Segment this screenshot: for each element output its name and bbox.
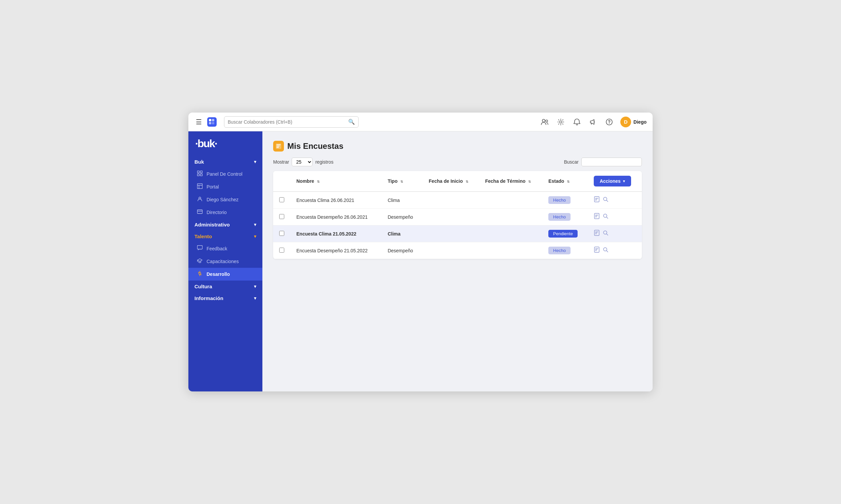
- table-search-input[interactable]: [581, 158, 642, 166]
- sidebar-item-panel-de-control-label: Panel De Control: [207, 172, 243, 177]
- table-row: Encuesta Clima 26.06.2021 Clima Hecho: [273, 192, 642, 209]
- row-checkbox[interactable]: [279, 214, 284, 219]
- row-fecha-termino: [479, 192, 542, 209]
- sidebar-item-panel-de-control[interactable]: Panel De Control: [188, 168, 262, 180]
- sidebar-section-informacion-label: Información: [194, 295, 223, 301]
- svg-line-49: [606, 251, 608, 252]
- sidebar-item-portal-label: Portal: [207, 184, 219, 190]
- th-tipo[interactable]: Tipo ⇅: [381, 171, 423, 192]
- megaphone-icon-button[interactable]: [588, 117, 598, 127]
- th-acciones: Acciones ▾: [588, 171, 642, 192]
- sidebar-item-diego-sanchez[interactable]: Diego Sánchez: [188, 193, 262, 206]
- row-nombre: Encuesta Clima 21.05.2022: [290, 226, 381, 242]
- view-report-icon[interactable]: [594, 247, 600, 254]
- svg-point-24: [199, 272, 201, 274]
- show-label: Mostrar: [273, 159, 289, 165]
- search-detail-icon[interactable]: [602, 230, 608, 237]
- bell-icon-button[interactable]: [572, 117, 582, 127]
- svg-line-37: [606, 217, 608, 218]
- username-label: Diego: [633, 119, 647, 125]
- th-nombre[interactable]: Nombre ⇅: [290, 171, 381, 192]
- encuestas-table: Nombre ⇅ Tipo ⇅ Fecha de Inicio ⇅: [273, 171, 642, 259]
- th-estado[interactable]: Estado ⇅: [542, 171, 587, 192]
- row-checkbox-cell: [273, 242, 290, 259]
- sidebar-item-portal[interactable]: Portal: [188, 180, 262, 193]
- row-checkbox[interactable]: [279, 197, 284, 202]
- search-detail-icon[interactable]: [602, 213, 608, 221]
- acciones-button[interactable]: Acciones ▾: [594, 176, 631, 186]
- svg-rect-9: [198, 171, 200, 173]
- th-tipo-label: Tipo: [388, 178, 397, 184]
- search-detail-icon[interactable]: [602, 196, 608, 204]
- svg-rect-19: [198, 246, 203, 249]
- row-actions: [588, 209, 642, 226]
- view-report-icon[interactable]: [594, 230, 600, 237]
- search-detail-icon[interactable]: [602, 247, 608, 254]
- sidebar-item-capacitaciones[interactable]: Capacitaciones: [188, 255, 262, 268]
- row-fecha-termino: [479, 226, 542, 242]
- avatar: D: [620, 116, 631, 127]
- row-nombre: Encuesta Desempeño 21.05.2022: [290, 242, 381, 259]
- records-per-page-select[interactable]: 25 10 50 100: [292, 158, 312, 166]
- sort-estado-icon: ⇅: [567, 180, 569, 183]
- svg-rect-3: [212, 122, 214, 124]
- people-icon-button[interactable]: [539, 117, 550, 127]
- status-badge: Hecho: [548, 247, 570, 254]
- row-estado: Hecho: [542, 209, 587, 226]
- row-tipo: Clima: [381, 226, 423, 242]
- sidebar-section-buk[interactable]: Buk ▾: [188, 156, 262, 168]
- status-badge: Hecho: [548, 196, 570, 204]
- status-badge: Pendiente: [548, 230, 578, 237]
- svg-point-5: [546, 120, 548, 122]
- main-content: Mis Encuestas Mostrar 25 10 50 100 regis…: [262, 131, 653, 392]
- table-controls-left: Mostrar 25 10 50 100 registros: [273, 158, 333, 166]
- sidebar-section-informacion[interactable]: Información ▾: [188, 292, 262, 304]
- search-icon[interactable]: 🔍: [348, 119, 355, 125]
- page-title-row: Mis Encuestas: [273, 141, 642, 151]
- sidebar-section-talento[interactable]: Talento ▾: [188, 231, 262, 242]
- svg-rect-1: [212, 119, 214, 121]
- sort-fecha-termino-icon: ⇅: [528, 180, 531, 183]
- row-fecha-inicio: [423, 226, 479, 242]
- row-fecha-inicio: [423, 242, 479, 259]
- sort-tipo-icon: ⇅: [400, 180, 403, 183]
- row-checkbox-cell: [273, 192, 290, 209]
- th-fecha-termino[interactable]: Fecha de Término ⇅: [479, 171, 542, 192]
- topbar: ☰ 🔍: [188, 112, 653, 131]
- sidebar-item-capacitaciones-label: Capacitaciones: [207, 259, 239, 264]
- row-tipo: Desempeño: [381, 242, 423, 259]
- feedback-icon: [196, 245, 203, 252]
- user-menu[interactable]: D Diego: [620, 116, 647, 127]
- help-icon-button[interactable]: [604, 117, 614, 127]
- hamburger-button[interactable]: ☰: [194, 116, 203, 127]
- th-fecha-termino-label: Fecha de Término: [485, 178, 526, 184]
- sidebar-section-cultura-label: Cultura: [194, 284, 212, 289]
- status-badge: Hecho: [548, 213, 570, 221]
- view-report-icon[interactable]: [594, 196, 600, 204]
- acciones-chevron-icon: ▾: [623, 179, 625, 183]
- row-checkbox[interactable]: [279, 248, 284, 253]
- sidebar-item-feedback[interactable]: Feedback: [188, 242, 262, 255]
- row-checkbox[interactable]: [279, 231, 284, 236]
- acciones-label: Acciones: [600, 178, 621, 184]
- sidebar-item-directorio[interactable]: Directorio: [188, 206, 262, 219]
- row-estado: Hecho: [542, 242, 587, 259]
- sidebar-item-desarrollo[interactable]: Desarrollo: [188, 268, 262, 281]
- sidebar-item-feedback-label: Feedback: [207, 246, 227, 251]
- gear-icon-button[interactable]: [556, 117, 566, 127]
- sidebar-section-buk-label: Buk: [194, 159, 204, 165]
- search-label: Buscar: [564, 159, 579, 165]
- search-input[interactable]: [228, 119, 348, 125]
- row-checkbox-cell: [273, 209, 290, 226]
- sort-nombre-icon: ⇅: [317, 180, 320, 183]
- view-report-icon[interactable]: [594, 213, 600, 221]
- app-window: ☰ 🔍: [188, 112, 653, 392]
- sidebar-section-administrativo[interactable]: Administrativo ▾: [188, 219, 262, 231]
- th-estado-label: Estado: [548, 178, 564, 184]
- records-label: registros: [315, 159, 333, 165]
- sidebar-section-cultura[interactable]: Cultura ▾: [188, 281, 262, 292]
- table-row: Encuesta Desempeño 26.06.2021 Desempeño …: [273, 209, 642, 226]
- th-fecha-inicio[interactable]: Fecha de Inicio ⇅: [423, 171, 479, 192]
- table-controls: Mostrar 25 10 50 100 registros Buscar: [273, 158, 642, 166]
- row-fecha-termino: [479, 242, 542, 259]
